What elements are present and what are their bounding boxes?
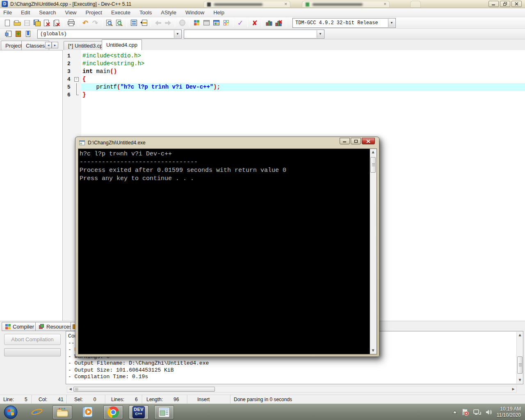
taskbar-media-player[interactable] <box>78 405 98 419</box>
forward-button[interactable] <box>163 18 173 28</box>
action-center-flag-icon[interactable] <box>461 409 469 416</box>
log-scrollbar-thumb[interactable] <box>517 356 523 374</box>
compiler-config-select[interactable]: TDM-GCC 4.9.2 32-bit Release ▼ <box>292 18 396 28</box>
code-line-3[interactable]: int main() <box>81 68 525 75</box>
log-horizontal-scrollbar[interactable]: ◀ ▶ <box>67 386 517 393</box>
compile-and-run-button[interactable] <box>211 18 221 28</box>
menu-execute[interactable]: Execute <box>111 9 130 16</box>
network-icon[interactable] <box>473 409 481 415</box>
dock-tab-resources[interactable]: Resources <box>35 322 75 331</box>
menu-view[interactable]: View <box>65 9 77 16</box>
goto-function-icon <box>140 19 148 26</box>
console-window-controls <box>340 138 375 144</box>
close-all-button[interactable] <box>52 18 62 28</box>
code-line-4[interactable]: { <box>81 75 525 83</box>
replace-button[interactable] <box>114 18 124 28</box>
chevron-down-icon: ▼ <box>317 30 324 38</box>
globals-select[interactable]: (globals) ▼ <box>37 30 182 39</box>
taskbar-internet-explorer[interactable]: e <box>27 405 47 419</box>
file-tab-untitled4[interactable]: Untitled4.cpp <box>102 39 142 50</box>
scroll-left-icon[interactable]: ◀ <box>68 386 73 392</box>
menu-edit[interactable]: Edit <box>21 9 30 16</box>
taskbar-chrome[interactable] <box>103 405 123 419</box>
compile-progress-bar <box>4 348 61 356</box>
console-window[interactable]: D:\ChangZhi\Untitled4.exe h?c l?p tr∞nh … <box>75 137 379 357</box>
profile-button[interactable] <box>264 18 274 28</box>
insert-button[interactable] <box>3 29 13 39</box>
code-line-6[interactable]: } <box>81 91 525 99</box>
compile-button[interactable] <box>192 18 201 28</box>
menu-search[interactable]: Search <box>39 9 56 16</box>
menu-astyle[interactable]: AStyle <box>161 9 176 16</box>
console-scrollbar[interactable]: ▲ ▼ <box>370 149 377 354</box>
back-button[interactable] <box>153 18 163 28</box>
code-line-2[interactable]: #include<string.h> <box>81 60 525 68</box>
toolbar-separator <box>247 19 248 27</box>
console-restore-button[interactable] <box>351 138 361 144</box>
scroll-down-icon[interactable]: ▼ <box>370 348 376 354</box>
scroll-up-icon[interactable]: ▲ <box>370 149 376 155</box>
log-hscrollbar-thumb[interactable] <box>73 387 215 392</box>
console-titlebar[interactable]: D:\ChangZhi\Untitled4.exe <box>75 137 379 148</box>
console-close-button[interactable] <box>362 138 375 144</box>
taskbar-devcpp[interactable]: DEVC++ <box>129 405 148 419</box>
back-icon <box>155 20 162 26</box>
close-file-button[interactable] <box>42 18 52 28</box>
code-token: ; <box>217 84 220 90</box>
minimize-button[interactable] <box>488 1 499 7</box>
volume-icon[interactable] <box>485 409 493 415</box>
run-button[interactable] <box>201 18 211 28</box>
devcpp-app-icon <box>2 1 8 7</box>
menu-window[interactable]: Window <box>185 9 204 16</box>
undo-button[interactable]: ↶ <box>80 18 90 28</box>
scroll-up-icon[interactable]: ▲ <box>517 332 523 338</box>
abort-compilation-button[interactable]: ✘ <box>250 18 260 28</box>
browser-tab-blurred-text <box>313 3 363 6</box>
goto-function-button[interactable] <box>139 18 148 28</box>
delete-profiling-button[interactable] <box>274 18 284 28</box>
redo-button[interactable]: ↷ <box>90 18 100 28</box>
members-select[interactable]: ▼ <box>184 30 324 39</box>
tab-scroll-right-button[interactable]: ▸ <box>52 42 58 48</box>
save-button[interactable] <box>22 18 32 28</box>
scroll-down-icon[interactable]: ▼ <box>517 377 523 383</box>
console-output[interactable]: h?c l?p tr∞nh v?i Dev-c++---------------… <box>78 148 377 354</box>
debug-watch-button[interactable] <box>177 18 187 28</box>
toggle-bookmark-button[interactable] <box>13 29 23 39</box>
taskbar-windows-explorer[interactable] <box>52 405 72 419</box>
abort-compilation-dock-button[interactable]: Abort Compilation <box>4 334 61 345</box>
start-button[interactable] <box>1 405 21 419</box>
menu-project[interactable]: Project <box>86 9 102 16</box>
print-button[interactable] <box>66 18 76 28</box>
hidden-icons-arrow-icon[interactable] <box>452 410 457 414</box>
devcpp-taskbar-icon: DEVC++ <box>132 406 145 418</box>
scroll-right-icon[interactable]: ▶ <box>511 386 516 392</box>
console-minimize-button[interactable] <box>340 138 350 144</box>
console-scrollbar-thumb[interactable] <box>370 157 376 173</box>
scrollbar-grip <box>519 363 522 367</box>
code-line-1[interactable]: #include<stdio.h> <box>81 52 525 60</box>
syntax-check-button[interactable]: ✓ <box>235 18 245 28</box>
new-file-button[interactable] <box>2 18 12 28</box>
taskbar-console-app[interactable] <box>154 405 174 419</box>
goto-bookmark-button[interactable] <box>23 29 33 39</box>
goto-line-button[interactable] <box>129 18 139 28</box>
dock-tab-compiler[interactable]: Compiler <box>2 322 38 331</box>
restore-button[interactable] <box>500 1 510 7</box>
menu-tools[interactable]: Tools <box>139 9 152 16</box>
tab-scroll-left-button[interactable]: ◂ <box>45 42 52 48</box>
code-line-5[interactable]: printf("h?c l?p trình v?i Dev-c++"); <box>81 83 525 91</box>
menu-file[interactable]: File <box>3 9 12 16</box>
close-icon <box>515 2 518 6</box>
project-browser-panel[interactable] <box>0 50 63 321</box>
open-file-button[interactable] <box>12 18 22 28</box>
log-vertical-scrollbar[interactable]: ▲ ▼ <box>516 332 523 383</box>
close-button[interactable] <box>511 1 522 7</box>
taskbar-clock[interactable]: 10:19 AM 11/10/2020 <box>497 406 523 418</box>
rebuild-all-button[interactable] <box>221 18 231 28</box>
menu-help[interactable]: Help <box>213 9 224 16</box>
find-button[interactable] <box>105 18 114 28</box>
fold-collapse-icon[interactable]: − <box>74 77 79 82</box>
fold-column[interactable]: − <box>73 75 80 83</box>
save-all-button[interactable] <box>32 18 42 28</box>
